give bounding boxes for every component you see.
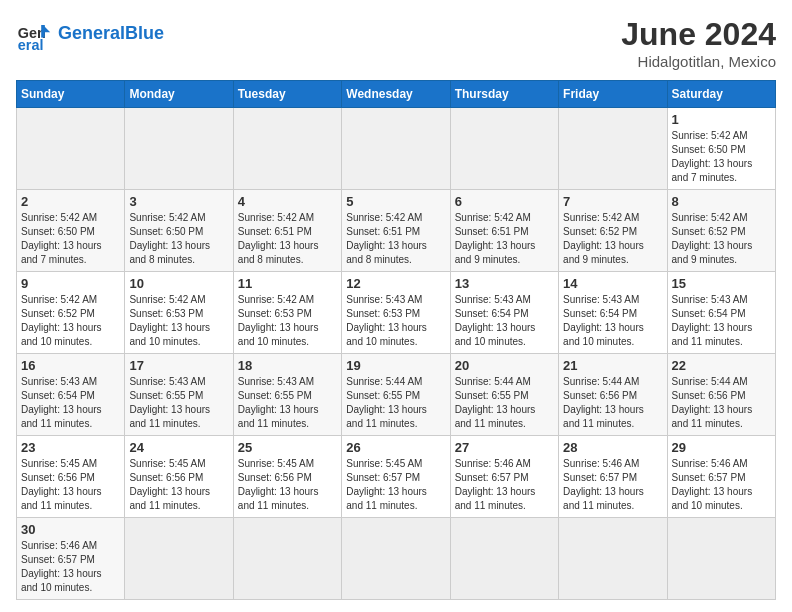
day-info: Sunrise: 5:42 AM Sunset: 6:53 PM Dayligh…	[238, 293, 337, 349]
day-info: Sunrise: 5:42 AM Sunset: 6:50 PM Dayligh…	[672, 129, 771, 185]
day-info: Sunrise: 5:46 AM Sunset: 6:57 PM Dayligh…	[455, 457, 554, 513]
day-info: Sunrise: 5:44 AM Sunset: 6:55 PM Dayligh…	[346, 375, 445, 431]
calendar-cell	[125, 108, 233, 190]
calendar-cell: 9Sunrise: 5:42 AM Sunset: 6:52 PM Daylig…	[17, 272, 125, 354]
calendar-cell: 24Sunrise: 5:45 AM Sunset: 6:56 PM Dayli…	[125, 436, 233, 518]
day-number: 26	[346, 440, 445, 455]
day-number: 19	[346, 358, 445, 373]
day-info: Sunrise: 5:42 AM Sunset: 6:51 PM Dayligh…	[455, 211, 554, 267]
logo: Gen eral GeneralBlue	[16, 16, 164, 52]
day-number: 30	[21, 522, 120, 537]
calendar-cell	[342, 518, 450, 600]
day-info: Sunrise: 5:45 AM Sunset: 6:57 PM Dayligh…	[346, 457, 445, 513]
day-info: Sunrise: 5:43 AM Sunset: 6:55 PM Dayligh…	[238, 375, 337, 431]
calendar-cell: 26Sunrise: 5:45 AM Sunset: 6:57 PM Dayli…	[342, 436, 450, 518]
day-number: 28	[563, 440, 662, 455]
calendar-cell	[233, 518, 341, 600]
calendar-cell: 3Sunrise: 5:42 AM Sunset: 6:50 PM Daylig…	[125, 190, 233, 272]
day-info: Sunrise: 5:42 AM Sunset: 6:50 PM Dayligh…	[129, 211, 228, 267]
calendar-week-row: 30Sunrise: 5:46 AM Sunset: 6:57 PM Dayli…	[17, 518, 776, 600]
day-number: 15	[672, 276, 771, 291]
day-number: 27	[455, 440, 554, 455]
day-number: 13	[455, 276, 554, 291]
day-info: Sunrise: 5:42 AM Sunset: 6:52 PM Dayligh…	[21, 293, 120, 349]
day-info: Sunrise: 5:43 AM Sunset: 6:54 PM Dayligh…	[21, 375, 120, 431]
calendar-cell	[125, 518, 233, 600]
calendar-cell: 14Sunrise: 5:43 AM Sunset: 6:54 PM Dayli…	[559, 272, 667, 354]
location: Hidalgotitlan, Mexico	[621, 53, 776, 70]
calendar-cell: 11Sunrise: 5:42 AM Sunset: 6:53 PM Dayli…	[233, 272, 341, 354]
page-header: Gen eral GeneralBlue June 2024 Hidalgoti…	[16, 16, 776, 70]
day-number: 22	[672, 358, 771, 373]
day-info: Sunrise: 5:45 AM Sunset: 6:56 PM Dayligh…	[238, 457, 337, 513]
day-number: 10	[129, 276, 228, 291]
logo-icon: Gen eral	[16, 16, 52, 52]
day-info: Sunrise: 5:46 AM Sunset: 6:57 PM Dayligh…	[563, 457, 662, 513]
day-number: 11	[238, 276, 337, 291]
day-info: Sunrise: 5:46 AM Sunset: 6:57 PM Dayligh…	[21, 539, 120, 595]
col-header-tuesday: Tuesday	[233, 81, 341, 108]
calendar-cell: 8Sunrise: 5:42 AM Sunset: 6:52 PM Daylig…	[667, 190, 775, 272]
col-header-saturday: Saturday	[667, 81, 775, 108]
calendar-cell: 23Sunrise: 5:45 AM Sunset: 6:56 PM Dayli…	[17, 436, 125, 518]
logo-general: General	[58, 23, 125, 43]
calendar-header-row: SundayMondayTuesdayWednesdayThursdayFrid…	[17, 81, 776, 108]
day-info: Sunrise: 5:44 AM Sunset: 6:56 PM Dayligh…	[563, 375, 662, 431]
day-info: Sunrise: 5:43 AM Sunset: 6:54 PM Dayligh…	[563, 293, 662, 349]
calendar-cell	[667, 518, 775, 600]
day-number: 1	[672, 112, 771, 127]
calendar-cell	[233, 108, 341, 190]
calendar-cell: 20Sunrise: 5:44 AM Sunset: 6:55 PM Dayli…	[450, 354, 558, 436]
day-info: Sunrise: 5:43 AM Sunset: 6:55 PM Dayligh…	[129, 375, 228, 431]
calendar-cell: 19Sunrise: 5:44 AM Sunset: 6:55 PM Dayli…	[342, 354, 450, 436]
day-number: 2	[21, 194, 120, 209]
calendar-cell: 1Sunrise: 5:42 AM Sunset: 6:50 PM Daylig…	[667, 108, 775, 190]
calendar-cell: 10Sunrise: 5:42 AM Sunset: 6:53 PM Dayli…	[125, 272, 233, 354]
day-info: Sunrise: 5:43 AM Sunset: 6:54 PM Dayligh…	[672, 293, 771, 349]
day-info: Sunrise: 5:42 AM Sunset: 6:52 PM Dayligh…	[563, 211, 662, 267]
day-info: Sunrise: 5:42 AM Sunset: 6:51 PM Dayligh…	[346, 211, 445, 267]
day-number: 12	[346, 276, 445, 291]
day-info: Sunrise: 5:42 AM Sunset: 6:52 PM Dayligh…	[672, 211, 771, 267]
day-info: Sunrise: 5:46 AM Sunset: 6:57 PM Dayligh…	[672, 457, 771, 513]
calendar-table: SundayMondayTuesdayWednesdayThursdayFrid…	[16, 80, 776, 600]
day-number: 29	[672, 440, 771, 455]
day-number: 14	[563, 276, 662, 291]
day-number: 21	[563, 358, 662, 373]
calendar-cell: 7Sunrise: 5:42 AM Sunset: 6:52 PM Daylig…	[559, 190, 667, 272]
day-info: Sunrise: 5:45 AM Sunset: 6:56 PM Dayligh…	[129, 457, 228, 513]
day-number: 23	[21, 440, 120, 455]
col-header-friday: Friday	[559, 81, 667, 108]
calendar-week-row: 1Sunrise: 5:42 AM Sunset: 6:50 PM Daylig…	[17, 108, 776, 190]
calendar-cell	[17, 108, 125, 190]
day-info: Sunrise: 5:44 AM Sunset: 6:55 PM Dayligh…	[455, 375, 554, 431]
col-header-thursday: Thursday	[450, 81, 558, 108]
calendar-week-row: 2Sunrise: 5:42 AM Sunset: 6:50 PM Daylig…	[17, 190, 776, 272]
calendar-cell	[450, 108, 558, 190]
svg-rect-3	[41, 25, 45, 38]
calendar-week-row: 16Sunrise: 5:43 AM Sunset: 6:54 PM Dayli…	[17, 354, 776, 436]
calendar-cell: 12Sunrise: 5:43 AM Sunset: 6:53 PM Dayli…	[342, 272, 450, 354]
svg-text:eral: eral	[18, 37, 44, 52]
calendar-cell: 28Sunrise: 5:46 AM Sunset: 6:57 PM Dayli…	[559, 436, 667, 518]
calendar-cell: 4Sunrise: 5:42 AM Sunset: 6:51 PM Daylig…	[233, 190, 341, 272]
day-number: 18	[238, 358, 337, 373]
calendar-cell: 15Sunrise: 5:43 AM Sunset: 6:54 PM Dayli…	[667, 272, 775, 354]
title-block: June 2024 Hidalgotitlan, Mexico	[621, 16, 776, 70]
calendar-cell: 30Sunrise: 5:46 AM Sunset: 6:57 PM Dayli…	[17, 518, 125, 600]
calendar-cell: 16Sunrise: 5:43 AM Sunset: 6:54 PM Dayli…	[17, 354, 125, 436]
calendar-cell: 13Sunrise: 5:43 AM Sunset: 6:54 PM Dayli…	[450, 272, 558, 354]
day-number: 9	[21, 276, 120, 291]
calendar-cell: 25Sunrise: 5:45 AM Sunset: 6:56 PM Dayli…	[233, 436, 341, 518]
calendar-cell: 29Sunrise: 5:46 AM Sunset: 6:57 PM Dayli…	[667, 436, 775, 518]
day-info: Sunrise: 5:42 AM Sunset: 6:50 PM Dayligh…	[21, 211, 120, 267]
calendar-cell: 21Sunrise: 5:44 AM Sunset: 6:56 PM Dayli…	[559, 354, 667, 436]
calendar-cell: 5Sunrise: 5:42 AM Sunset: 6:51 PM Daylig…	[342, 190, 450, 272]
day-number: 7	[563, 194, 662, 209]
logo-text: GeneralBlue	[58, 24, 164, 44]
col-header-wednesday: Wednesday	[342, 81, 450, 108]
day-number: 4	[238, 194, 337, 209]
calendar-cell	[342, 108, 450, 190]
day-number: 5	[346, 194, 445, 209]
calendar-cell	[559, 518, 667, 600]
